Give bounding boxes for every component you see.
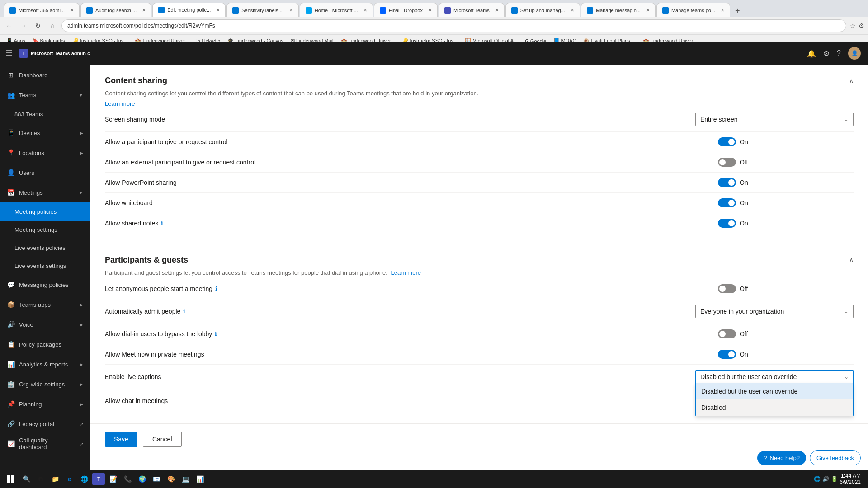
tab-messaging[interactable]: Manage messagin... ✕	[581, 3, 656, 17]
tab-dropbox[interactable]: Final - Dropbox ✕	[374, 3, 438, 17]
sidebar-item-meeting-policies[interactable]: Meeting policies	[0, 202, 90, 221]
tray-battery-icon[interactable]: 🔋	[831, 476, 838, 482]
taskbar-taskview[interactable]: ⧉	[34, 473, 47, 485]
taskbar-search[interactable]: 🔍	[20, 473, 33, 485]
external-control-toggle[interactable]	[718, 158, 736, 167]
screen-sharing-dropdown[interactable]: Entire screen ⌄	[695, 113, 854, 126]
taskbar-clock[interactable]: 1:44 AM 6/9/2021	[840, 473, 864, 485]
sidebar-item-org-wide[interactable]: 🏢 Org-wide settings ▶	[0, 374, 90, 394]
tab-close3[interactable]: ✕	[216, 8, 220, 13]
participants-learn-more[interactable]: Learn more	[391, 269, 420, 276]
tab-sensitivity[interactable]: Sensitivity labels ... ✕	[226, 3, 299, 17]
address-icons: ☆ ⚙	[850, 22, 864, 29]
whiteboard-value: On	[740, 199, 748, 206]
cancel-button[interactable]: Cancel	[143, 432, 182, 447]
svg-rect-2	[7, 479, 10, 483]
tab-manage-teams[interactable]: Manage teams po... ✕	[656, 3, 730, 17]
home-button[interactable]: ⌂	[47, 20, 58, 31]
sidebar-item-live-events-settings[interactable]: Live events settings	[0, 257, 90, 275]
auto-admit-dropdown[interactable]: Everyone in your organization ⌄	[695, 305, 854, 318]
tab-close8[interactable]: ✕	[571, 8, 574, 13]
taskbar-app3[interactable]: 💻	[179, 473, 192, 485]
tray-network-icon[interactable]: 🌐	[814, 476, 821, 482]
sidebar-item-analytics[interactable]: 📊 Analytics & reports ▶	[0, 354, 90, 374]
star-icon[interactable]: ☆	[850, 22, 856, 29]
tab-close[interactable]: ✕	[70, 8, 74, 13]
sidebar-item-teams-apps[interactable]: 📦 Teams apps ▶	[0, 295, 90, 314]
dialin-bypass-toggle[interactable]	[718, 329, 736, 338]
shared-notes-toggle[interactable]	[718, 219, 736, 228]
tab-edit-meeting[interactable]: Edit meeting polic... ✕	[152, 3, 226, 17]
taskbar-edge[interactable]: e	[63, 473, 76, 485]
taskbar-app1[interactable]: 📧	[150, 473, 163, 485]
sidebar-item-locations[interactable]: 📍 Locations ▶	[0, 143, 90, 163]
sidebar-item-voice[interactable]: 🔊 Voice ▶	[0, 314, 90, 334]
shared-notes-info-icon[interactable]: ℹ	[161, 220, 163, 226]
sidebar-item-users[interactable]: 👤 Users	[0, 163, 90, 183]
tab-close2[interactable]: ✕	[142, 8, 146, 13]
sidebar-item-messaging[interactable]: 💬 Messaging policies	[0, 275, 90, 295]
refresh-button[interactable]: ↻	[33, 20, 43, 31]
anonymous-start-toggle[interactable]	[718, 284, 736, 293]
taskbar-app4[interactable]: 📊	[193, 473, 206, 485]
settings-gear-icon[interactable]: ⚙	[823, 49, 830, 58]
sidebar-item-live-events-policies[interactable]: Live events policies	[0, 239, 90, 257]
sidebar-item-meetings[interactable]: 📅 Meetings ▼	[0, 183, 90, 202]
user-avatar[interactable]: 👤	[848, 47, 861, 60]
tab-teams[interactable]: Microsoft Teams ✕	[439, 3, 505, 17]
dropdown-option-disabled-override[interactable]: Disabled but the user can override	[696, 383, 853, 399]
sidebar-item-legacy[interactable]: 🔗 Legacy portal ↗	[0, 414, 90, 434]
taskbar-teams2[interactable]: 📞	[121, 473, 134, 485]
notification-icon[interactable]: 🔔	[807, 49, 816, 58]
tab-audit[interactable]: Audit log search ... ✕	[80, 3, 151, 17]
save-button[interactable]: Save	[105, 432, 137, 447]
taskbar-ie[interactable]: 🌐	[78, 473, 90, 485]
sidebar-item-dashboard[interactable]: ⊞ Dashboard	[0, 65, 90, 85]
sidebar-menu-button[interactable]: ☰	[5, 48, 13, 58]
live-captions-dropdown[interactable]: Disabled but the user can override ⌄	[695, 370, 854, 383]
participant-control-toggle[interactable]	[718, 137, 736, 146]
dropdown-option-disabled[interactable]: Disabled	[696, 399, 853, 416]
tab-close5[interactable]: ✕	[363, 8, 367, 13]
new-tab-button[interactable]: +	[731, 5, 744, 17]
tab-close9[interactable]: ✕	[646, 8, 650, 13]
content-sharing-collapse[interactable]: ∧	[849, 77, 854, 84]
tab-m365[interactable]: Microsoft 365 admi... ✕	[4, 3, 80, 17]
sidebar-item-devices[interactable]: 📱 Devices ▶	[0, 123, 90, 143]
participants-collapse[interactable]: ∧	[849, 256, 854, 263]
need-help-button[interactable]: ? Need help?	[757, 451, 806, 465]
content-sharing-learn-more[interactable]: Learn more	[105, 100, 135, 107]
taskbar-teams-pinned[interactable]: T	[92, 473, 105, 485]
auto-admit-info-icon[interactable]: ℹ	[183, 308, 185, 314]
whiteboard-toggle[interactable]	[718, 198, 736, 207]
powerpoint-toggle[interactable]	[718, 178, 736, 187]
live-captions-control: Disabled but the user can override ⌄ Dis…	[695, 370, 854, 383]
meet-now-toggle[interactable]	[718, 350, 736, 359]
taskbar-explorer[interactable]: 📁	[49, 473, 61, 485]
sidebar-item-meeting-settings[interactable]: Meeting settings	[0, 221, 90, 239]
tab-setup[interactable]: Set up and manag... ✕	[505, 3, 580, 17]
tray-volume-icon[interactable]: 🔊	[822, 476, 829, 482]
give-feedback-button[interactable]: Give feedback	[810, 450, 861, 465]
forward-button[interactable]: →	[18, 20, 29, 31]
tab-close10[interactable]: ✕	[721, 8, 724, 13]
tab-close7[interactable]: ✕	[495, 8, 499, 13]
dialin-info-icon[interactable]: ℹ	[215, 331, 217, 337]
tab-home[interactable]: Home - Microsoft ... ✕	[300, 3, 373, 17]
taskbar-notes[interactable]: 📝	[107, 473, 119, 485]
sidebar-item-teams-count[interactable]: 883 Teams	[0, 105, 90, 123]
taskbar-chrome[interactable]: 🌍	[136, 473, 148, 485]
address-box[interactable]: admin.teams.microsoft.com/policies/meeti…	[61, 19, 846, 32]
start-button[interactable]	[4, 472, 18, 486]
help-icon[interactable]: ?	[837, 49, 841, 57]
back-button[interactable]: ←	[4, 20, 14, 31]
taskbar-app2[interactable]: 🎨	[165, 473, 177, 485]
sidebar-item-policy-packages[interactable]: 📋 Policy packages	[0, 334, 90, 354]
anonymous-info-icon[interactable]: ℹ	[215, 286, 217, 292]
sidebar-item-call-quality[interactable]: 📈 Call quality dashboard ↗	[0, 434, 90, 454]
sidebar-item-planning[interactable]: 📌 Planning ▶	[0, 394, 90, 414]
tab-close6[interactable]: ✕	[428, 8, 432, 13]
sidebar-item-teams[interactable]: 👥 Teams ▼	[0, 85, 90, 105]
tab-close4[interactable]: ✕	[289, 8, 293, 13]
settings-icon[interactable]: ⚙	[859, 22, 864, 29]
